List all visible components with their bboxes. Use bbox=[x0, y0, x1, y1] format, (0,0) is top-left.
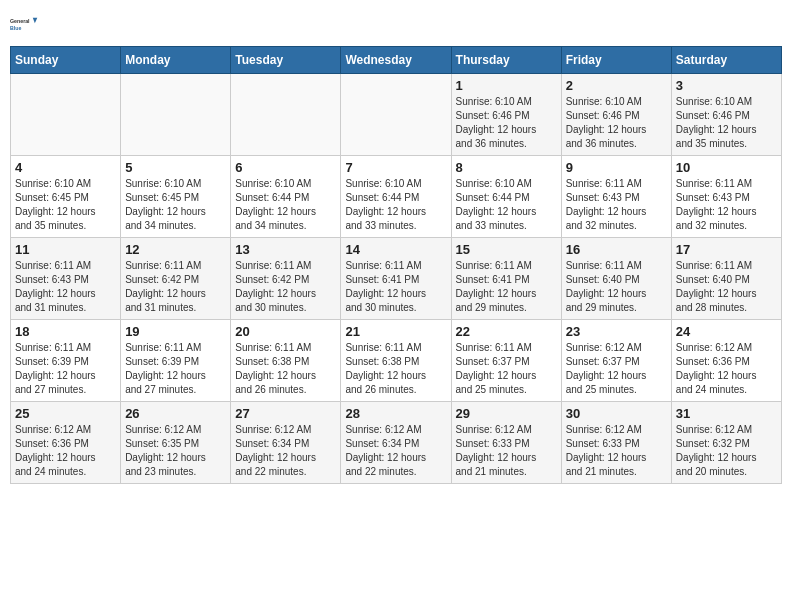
day-number: 13 bbox=[235, 242, 336, 257]
day-info: Sunrise: 6:12 AM Sunset: 6:34 PM Dayligh… bbox=[235, 423, 336, 479]
generalblue-logo-icon: GeneralBlue bbox=[10, 10, 38, 38]
day-number: 19 bbox=[125, 324, 226, 339]
day-number: 24 bbox=[676, 324, 777, 339]
calendar-cell: 25Sunrise: 6:12 AM Sunset: 6:36 PM Dayli… bbox=[11, 402, 121, 484]
day-info: Sunrise: 6:12 AM Sunset: 6:32 PM Dayligh… bbox=[676, 423, 777, 479]
calendar-week-3: 11Sunrise: 6:11 AM Sunset: 6:43 PM Dayli… bbox=[11, 238, 782, 320]
calendar-cell: 2Sunrise: 6:10 AM Sunset: 6:46 PM Daylig… bbox=[561, 74, 671, 156]
calendar-cell: 13Sunrise: 6:11 AM Sunset: 6:42 PM Dayli… bbox=[231, 238, 341, 320]
day-info: Sunrise: 6:11 AM Sunset: 6:43 PM Dayligh… bbox=[15, 259, 116, 315]
day-info: Sunrise: 6:11 AM Sunset: 6:42 PM Dayligh… bbox=[125, 259, 226, 315]
day-number: 30 bbox=[566, 406, 667, 421]
calendar-cell: 12Sunrise: 6:11 AM Sunset: 6:42 PM Dayli… bbox=[121, 238, 231, 320]
calendar-week-2: 4Sunrise: 6:10 AM Sunset: 6:45 PM Daylig… bbox=[11, 156, 782, 238]
day-info: Sunrise: 6:11 AM Sunset: 6:38 PM Dayligh… bbox=[345, 341, 446, 397]
day-info: Sunrise: 6:12 AM Sunset: 6:36 PM Dayligh… bbox=[676, 341, 777, 397]
day-info: Sunrise: 6:10 AM Sunset: 6:44 PM Dayligh… bbox=[345, 177, 446, 233]
day-info: Sunrise: 6:12 AM Sunset: 6:35 PM Dayligh… bbox=[125, 423, 226, 479]
calendar-cell: 16Sunrise: 6:11 AM Sunset: 6:40 PM Dayli… bbox=[561, 238, 671, 320]
calendar-cell: 8Sunrise: 6:10 AM Sunset: 6:44 PM Daylig… bbox=[451, 156, 561, 238]
day-number: 18 bbox=[15, 324, 116, 339]
day-info: Sunrise: 6:12 AM Sunset: 6:34 PM Dayligh… bbox=[345, 423, 446, 479]
calendar-cell bbox=[121, 74, 231, 156]
day-number: 17 bbox=[676, 242, 777, 257]
day-number: 3 bbox=[676, 78, 777, 93]
day-info: Sunrise: 6:12 AM Sunset: 6:33 PM Dayligh… bbox=[566, 423, 667, 479]
day-info: Sunrise: 6:12 AM Sunset: 6:33 PM Dayligh… bbox=[456, 423, 557, 479]
calendar-header-row: SundayMondayTuesdayWednesdayThursdayFrid… bbox=[11, 47, 782, 74]
day-info: Sunrise: 6:10 AM Sunset: 6:46 PM Dayligh… bbox=[676, 95, 777, 151]
calendar-cell: 26Sunrise: 6:12 AM Sunset: 6:35 PM Dayli… bbox=[121, 402, 231, 484]
calendar-cell bbox=[11, 74, 121, 156]
calendar-cell: 10Sunrise: 6:11 AM Sunset: 6:43 PM Dayli… bbox=[671, 156, 781, 238]
day-number: 22 bbox=[456, 324, 557, 339]
calendar-cell: 18Sunrise: 6:11 AM Sunset: 6:39 PM Dayli… bbox=[11, 320, 121, 402]
calendar-week-5: 25Sunrise: 6:12 AM Sunset: 6:36 PM Dayli… bbox=[11, 402, 782, 484]
day-info: Sunrise: 6:12 AM Sunset: 6:37 PM Dayligh… bbox=[566, 341, 667, 397]
calendar-week-1: 1Sunrise: 6:10 AM Sunset: 6:46 PM Daylig… bbox=[11, 74, 782, 156]
day-info: Sunrise: 6:11 AM Sunset: 6:37 PM Dayligh… bbox=[456, 341, 557, 397]
calendar-week-4: 18Sunrise: 6:11 AM Sunset: 6:39 PM Dayli… bbox=[11, 320, 782, 402]
calendar-cell: 6Sunrise: 6:10 AM Sunset: 6:44 PM Daylig… bbox=[231, 156, 341, 238]
day-number: 21 bbox=[345, 324, 446, 339]
svg-text:General: General bbox=[10, 18, 30, 24]
header-day-thursday: Thursday bbox=[451, 47, 561, 74]
day-number: 9 bbox=[566, 160, 667, 175]
day-number: 4 bbox=[15, 160, 116, 175]
day-info: Sunrise: 6:10 AM Sunset: 6:46 PM Dayligh… bbox=[456, 95, 557, 151]
calendar-cell: 31Sunrise: 6:12 AM Sunset: 6:32 PM Dayli… bbox=[671, 402, 781, 484]
day-number: 14 bbox=[345, 242, 446, 257]
day-number: 12 bbox=[125, 242, 226, 257]
day-info: Sunrise: 6:11 AM Sunset: 6:43 PM Dayligh… bbox=[676, 177, 777, 233]
calendar-cell: 30Sunrise: 6:12 AM Sunset: 6:33 PM Dayli… bbox=[561, 402, 671, 484]
day-number: 5 bbox=[125, 160, 226, 175]
calendar-cell: 5Sunrise: 6:10 AM Sunset: 6:45 PM Daylig… bbox=[121, 156, 231, 238]
calendar-cell: 17Sunrise: 6:11 AM Sunset: 6:40 PM Dayli… bbox=[671, 238, 781, 320]
day-number: 10 bbox=[676, 160, 777, 175]
day-number: 11 bbox=[15, 242, 116, 257]
day-info: Sunrise: 6:11 AM Sunset: 6:38 PM Dayligh… bbox=[235, 341, 336, 397]
day-number: 2 bbox=[566, 78, 667, 93]
calendar-cell: 7Sunrise: 6:10 AM Sunset: 6:44 PM Daylig… bbox=[341, 156, 451, 238]
calendar-cell: 19Sunrise: 6:11 AM Sunset: 6:39 PM Dayli… bbox=[121, 320, 231, 402]
calendar-cell: 11Sunrise: 6:11 AM Sunset: 6:43 PM Dayli… bbox=[11, 238, 121, 320]
day-number: 26 bbox=[125, 406, 226, 421]
day-info: Sunrise: 6:10 AM Sunset: 6:44 PM Dayligh… bbox=[235, 177, 336, 233]
day-info: Sunrise: 6:11 AM Sunset: 6:43 PM Dayligh… bbox=[566, 177, 667, 233]
calendar-cell: 3Sunrise: 6:10 AM Sunset: 6:46 PM Daylig… bbox=[671, 74, 781, 156]
calendar-cell: 29Sunrise: 6:12 AM Sunset: 6:33 PM Dayli… bbox=[451, 402, 561, 484]
header-day-tuesday: Tuesday bbox=[231, 47, 341, 74]
day-info: Sunrise: 6:11 AM Sunset: 6:39 PM Dayligh… bbox=[15, 341, 116, 397]
calendar-cell: 22Sunrise: 6:11 AM Sunset: 6:37 PM Dayli… bbox=[451, 320, 561, 402]
day-number: 1 bbox=[456, 78, 557, 93]
day-info: Sunrise: 6:11 AM Sunset: 6:40 PM Dayligh… bbox=[566, 259, 667, 315]
day-info: Sunrise: 6:10 AM Sunset: 6:44 PM Dayligh… bbox=[456, 177, 557, 233]
calendar-cell: 21Sunrise: 6:11 AM Sunset: 6:38 PM Dayli… bbox=[341, 320, 451, 402]
day-info: Sunrise: 6:10 AM Sunset: 6:46 PM Dayligh… bbox=[566, 95, 667, 151]
day-number: 15 bbox=[456, 242, 557, 257]
day-info: Sunrise: 6:10 AM Sunset: 6:45 PM Dayligh… bbox=[125, 177, 226, 233]
day-info: Sunrise: 6:12 AM Sunset: 6:36 PM Dayligh… bbox=[15, 423, 116, 479]
calendar-cell: 15Sunrise: 6:11 AM Sunset: 6:41 PM Dayli… bbox=[451, 238, 561, 320]
svg-text:Blue: Blue bbox=[10, 25, 21, 31]
calendar-cell: 23Sunrise: 6:12 AM Sunset: 6:37 PM Dayli… bbox=[561, 320, 671, 402]
logo: GeneralBlue bbox=[10, 10, 38, 38]
day-info: Sunrise: 6:11 AM Sunset: 6:41 PM Dayligh… bbox=[456, 259, 557, 315]
day-number: 28 bbox=[345, 406, 446, 421]
header-day-friday: Friday bbox=[561, 47, 671, 74]
calendar-cell bbox=[231, 74, 341, 156]
header-day-saturday: Saturday bbox=[671, 47, 781, 74]
day-info: Sunrise: 6:11 AM Sunset: 6:42 PM Dayligh… bbox=[235, 259, 336, 315]
day-number: 7 bbox=[345, 160, 446, 175]
day-number: 27 bbox=[235, 406, 336, 421]
day-number: 25 bbox=[15, 406, 116, 421]
day-number: 8 bbox=[456, 160, 557, 175]
day-number: 20 bbox=[235, 324, 336, 339]
calendar-cell: 27Sunrise: 6:12 AM Sunset: 6:34 PM Dayli… bbox=[231, 402, 341, 484]
calendar-cell: 9Sunrise: 6:11 AM Sunset: 6:43 PM Daylig… bbox=[561, 156, 671, 238]
calendar-cell: 28Sunrise: 6:12 AM Sunset: 6:34 PM Dayli… bbox=[341, 402, 451, 484]
header: GeneralBlue bbox=[10, 10, 782, 38]
calendar-cell: 4Sunrise: 6:10 AM Sunset: 6:45 PM Daylig… bbox=[11, 156, 121, 238]
header-day-sunday: Sunday bbox=[11, 47, 121, 74]
day-info: Sunrise: 6:11 AM Sunset: 6:41 PM Dayligh… bbox=[345, 259, 446, 315]
